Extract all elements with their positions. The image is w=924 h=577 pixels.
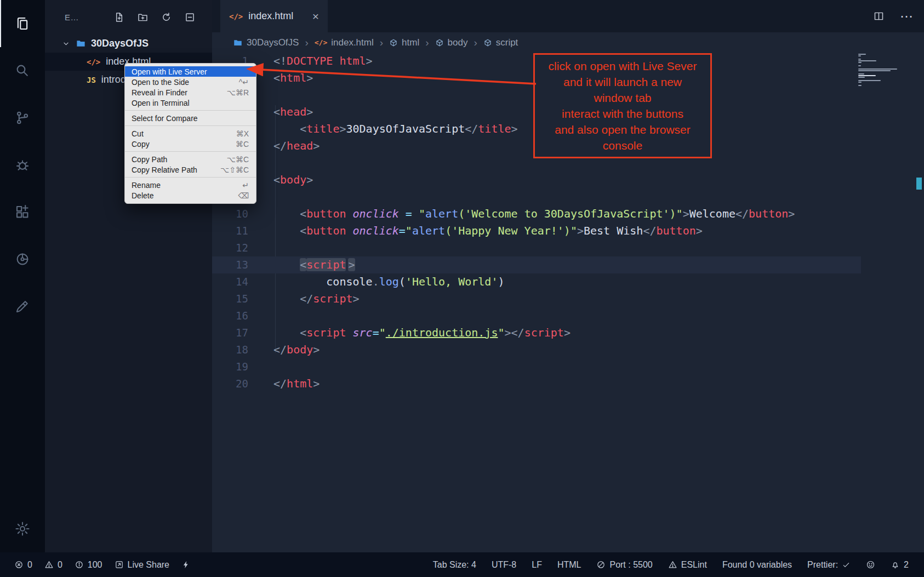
code-line-15[interactable]: 15 </script> bbox=[212, 290, 861, 307]
cube-icon bbox=[389, 38, 398, 47]
breadcrumb-chevron-icon: › bbox=[474, 37, 477, 49]
code-line-13[interactable]: 13 <script> bbox=[212, 256, 861, 273]
line-number: 11 bbox=[212, 222, 248, 239]
line-number: 13 bbox=[212, 256, 248, 273]
annotation-text: and it will launch a new bbox=[536, 74, 709, 90]
cube-icon bbox=[483, 38, 492, 47]
tree-folder-30daysofjs[interactable]: 30DaysOfJS bbox=[45, 34, 212, 53]
code-line-17[interactable]: 17 <script src="./introduction.js"></scr… bbox=[212, 324, 861, 341]
activity-bar bbox=[0, 0, 45, 552]
breadcrumb-script[interactable]: script bbox=[483, 37, 518, 48]
run-debug-icon[interactable] bbox=[0, 141, 45, 188]
status-prettier[interactable]: Prettier: bbox=[807, 560, 851, 570]
status-tab-size[interactable]: Tab Size: 4 bbox=[433, 560, 476, 570]
menu-item-cut[interactable]: Cut⌘X bbox=[125, 128, 256, 139]
status-variables[interactable]: Found 0 variables bbox=[722, 560, 792, 570]
close-tab-icon[interactable]: × bbox=[312, 10, 319, 23]
extensions-icon[interactable] bbox=[0, 188, 45, 236]
code-line-16[interactable]: 16 bbox=[212, 307, 861, 324]
status-errors[interactable]: 0 bbox=[14, 560, 32, 570]
explorer-icon[interactable] bbox=[0, 0, 45, 47]
code-line-20[interactable]: 20</html> bbox=[212, 375, 861, 392]
new-file-icon[interactable] bbox=[113, 12, 125, 23]
code-line-18[interactable]: 18</body> bbox=[212, 341, 861, 358]
menu-item-rename[interactable]: Rename↵ bbox=[125, 180, 256, 190]
source-control-icon[interactable] bbox=[0, 94, 45, 141]
cube-icon bbox=[435, 38, 444, 47]
settings-gear-icon[interactable] bbox=[0, 512, 45, 546]
more-actions-icon[interactable]: ⋯ bbox=[900, 10, 913, 23]
breadcrumb-chevron-icon: › bbox=[380, 37, 383, 49]
live-share-icon[interactable] bbox=[0, 236, 45, 283]
menu-item-select-for-compare[interactable]: Select for Compare bbox=[125, 113, 256, 123]
menu-item-open-to-the-side[interactable]: Open to the Side^↵ bbox=[125, 77, 256, 87]
breadcrumb: 30DaysOfJS›</>index.html›html›body›scrip… bbox=[212, 32, 924, 53]
code-line-12[interactable]: 12 bbox=[212, 239, 861, 256]
info-icon bbox=[75, 560, 84, 569]
line-number: 19 bbox=[212, 358, 248, 375]
code-line-11[interactable]: 11 <button onclick="alert('Happy New Yea… bbox=[212, 222, 861, 239]
code-icon: </> bbox=[315, 38, 327, 47]
annotation-text: and also open the browser bbox=[536, 122, 709, 138]
minimap[interactable] bbox=[858, 54, 911, 87]
menu-item-open-with-live-server[interactable]: Open with Live Server bbox=[125, 66, 256, 77]
status-eslint[interactable]: ESLint bbox=[668, 560, 707, 570]
annotation-text: interact with the buttons bbox=[536, 106, 709, 122]
refresh-icon[interactable] bbox=[161, 12, 172, 23]
status-lightning[interactable] bbox=[181, 560, 191, 569]
menu-item-delete[interactable]: Delete⌫ bbox=[125, 190, 256, 201]
code-line-10[interactable]: 10 <button onclick = "alert('Welcome to … bbox=[212, 205, 861, 222]
overview-ruler-marker bbox=[916, 178, 922, 190]
error-icon bbox=[14, 560, 24, 569]
status-notifications[interactable]: 2 bbox=[891, 560, 909, 570]
status-warnings[interactable]: 0 bbox=[44, 560, 62, 570]
annotation-text: window tab bbox=[536, 90, 709, 106]
collapse-all-icon[interactable] bbox=[184, 12, 196, 23]
menu-item-open-in-terminal[interactable]: Open in Terminal bbox=[125, 98, 256, 108]
menu-item-copy-path[interactable]: Copy Path⌥⌘C bbox=[125, 154, 256, 164]
menu-item-copy-relative-path[interactable]: Copy Relative Path⌥⇧⌘C bbox=[125, 164, 256, 175]
annotation-text: click on open with Live Sever bbox=[536, 58, 709, 74]
code-line-14[interactable]: 14 console.log('Hello, World') bbox=[212, 273, 861, 290]
status-eol[interactable]: LF bbox=[532, 560, 542, 570]
explorer-header: E… bbox=[45, 0, 212, 34]
breadcrumb-index.html[interactable]: </>index.html bbox=[315, 37, 374, 48]
status-infos[interactable]: 100 bbox=[75, 560, 102, 570]
search-icon[interactable] bbox=[0, 47, 45, 94]
status-port[interactable]: Port : 5500 bbox=[596, 560, 652, 570]
breadcrumb-body[interactable]: body bbox=[435, 37, 468, 48]
status-encoding[interactable]: UTF-8 bbox=[492, 560, 516, 570]
menu-item-reveal-in-finder[interactable]: Reveal in Finder⌥⌘R bbox=[125, 87, 256, 98]
line-number: 16 bbox=[212, 307, 248, 324]
new-folder-icon[interactable] bbox=[137, 12, 149, 23]
tab-index-html[interactable]: </> index.html × bbox=[220, 0, 328, 32]
html-file-icon: </> bbox=[229, 12, 243, 21]
code-line-9[interactable]: 9 bbox=[212, 188, 861, 205]
chevron-down-icon bbox=[61, 39, 71, 48]
line-number: 17 bbox=[212, 324, 248, 341]
code-line-8[interactable]: 8<body> bbox=[212, 172, 861, 188]
breadcrumb-html[interactable]: html bbox=[389, 37, 419, 48]
check-icon bbox=[842, 561, 851, 569]
annotation-text: console bbox=[536, 138, 709, 153]
menu-item-copy[interactable]: Copy⌘C bbox=[125, 139, 256, 149]
split-editor-icon[interactable] bbox=[873, 10, 885, 22]
breadcrumb-30DaysOfJS[interactable]: 30DaysOfJS bbox=[233, 37, 299, 48]
menu-separator bbox=[125, 110, 256, 111]
code-line-19[interactable]: 19 bbox=[212, 358, 861, 375]
status-feedback-smiley[interactable] bbox=[866, 560, 875, 569]
status-language-mode[interactable]: HTML bbox=[557, 560, 581, 570]
project-folder-icon bbox=[76, 38, 86, 49]
line-number: 18 bbox=[212, 341, 248, 358]
warn-icon bbox=[44, 560, 54, 569]
smile-icon bbox=[866, 560, 875, 569]
tab-label: index.html bbox=[248, 10, 293, 22]
folder-name: 30DaysOfJS bbox=[91, 38, 149, 49]
js-file-icon: JS bbox=[87, 76, 96, 84]
breadcrumb-chevron-icon: › bbox=[425, 37, 429, 49]
menu-separator bbox=[125, 151, 256, 152]
status-live-share[interactable]: Live Share bbox=[115, 560, 170, 570]
slash-icon bbox=[596, 560, 606, 569]
bell-icon bbox=[891, 560, 900, 569]
feedback-pen-icon[interactable] bbox=[0, 283, 45, 330]
